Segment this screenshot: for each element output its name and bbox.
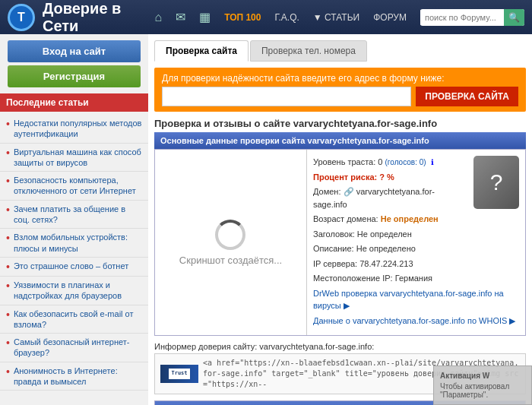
- search-box: 🔍: [420, 9, 524, 26]
- ip-row: IP сервера: 78.47.224.213: [313, 258, 519, 271]
- sidebar-article-1[interactable]: •Виртуальная машина как способ защиты от…: [0, 144, 148, 172]
- sidebar-article-8[interactable]: •Самый безопасный интернет-браузер?: [0, 334, 148, 362]
- login-button[interactable]: Вход на сайт: [8, 40, 141, 62]
- sidebar: Вход на сайт Регистрация Последние стать…: [0, 34, 148, 405]
- info-panel: ? Уровень траста: 0 (голосов: 0) ℹ Проце…: [307, 150, 525, 335]
- info-box: Для проверки надёжности сайта введите ег…: [154, 68, 526, 112]
- tabs: Проверка сайтаПроверка тел. номера: [154, 40, 526, 62]
- art-bullet: •: [6, 147, 10, 159]
- nav-articles[interactable]: ▼ СТАТЬИ: [313, 12, 359, 23]
- search-input[interactable]: [420, 10, 504, 25]
- trust-badge-icon: ?: [473, 156, 519, 209]
- domain-label: Домен:: [313, 187, 341, 196]
- art-bullet: •: [6, 365, 10, 378]
- informer-label: Информер доверия сайту: varvarychtetyana…: [154, 342, 526, 351]
- activation-link: "Параметры".: [440, 391, 525, 399]
- art-bullet: •: [6, 308, 10, 321]
- title-row: Заголовок: Не определен: [313, 228, 519, 241]
- domain-icon: 🔗: [344, 187, 356, 196]
- screenshot-text: Скриншот создаётся...: [179, 255, 282, 266]
- title-label: Заголовок:: [313, 229, 355, 239]
- sidebar-articles: •Недостатки популярных методов аутентифи…: [0, 112, 148, 394]
- tab-0[interactable]: Проверка сайта: [154, 40, 249, 62]
- trust-percent: Процент риска: ? %: [313, 172, 394, 182]
- tab-1[interactable]: Проверка тел. номера: [250, 40, 367, 62]
- info-icon: ℹ: [431, 158, 434, 166]
- nav-forum[interactable]: ФОРУМ: [373, 12, 407, 23]
- sidebar-article-6[interactable]: •Уязвимости в плагинах и надстройках для…: [0, 277, 148, 305]
- title-val: Не определен: [357, 229, 412, 239]
- main-layout: Вход на сайт Регистрация Последние стать…: [0, 34, 532, 405]
- art-link[interactable]: Это страшное слово – ботнет: [14, 261, 128, 271]
- whois-link[interactable]: Данные о varvarychtetyana.for-sage.info …: [313, 316, 515, 325]
- trust-level-label: Уровень траста: 0: [313, 157, 382, 166]
- logo-icon: T: [8, 4, 35, 31]
- art-bullet: •: [6, 175, 10, 187]
- desc-row: Описание: Не определено: [313, 242, 519, 255]
- grid-icon[interactable]: ▦: [199, 10, 211, 24]
- home-icon[interactable]: ⌂: [154, 11, 162, 24]
- ip-val: 78.47.224.213: [359, 259, 413, 268]
- desc-label: Описание:: [313, 244, 354, 253]
- art-link[interactable]: Как обезопасить свой e-mail от взлома?: [14, 308, 142, 331]
- art-bullet: •: [6, 280, 10, 292]
- info-text: Для проверки надёжности сайта введите ег…: [162, 73, 518, 84]
- activation-overlay: Активация W Чтобы активировал "Параметры…: [433, 365, 532, 405]
- url-input-row: ПРОВЕРКА САЙТА: [162, 87, 518, 106]
- art-bullet: •: [6, 261, 10, 273]
- location-val: Германия: [395, 274, 432, 283]
- art-link[interactable]: Зачем платить за общение в соц. сетях?: [14, 204, 142, 226]
- sidebar-article-9[interactable]: •Анонимность в Интернете: правда и вымыс…: [0, 362, 148, 391]
- data-panel: Скриншот создаётся... ? Уровень траста: …: [154, 149, 526, 336]
- desc-val: Не определено: [356, 244, 416, 253]
- email-icon[interactable]: ✉: [176, 10, 185, 24]
- age-label: Возраст домена:: [313, 214, 378, 223]
- art-bullet: •: [6, 337, 10, 349]
- art-bullet: •: [6, 204, 10, 216]
- nav-bar: ⌂ ✉ ▦ ТОП 100 Г.А.Q. ▼ СТАТЬИ ФОРУМ 🔍: [154, 9, 524, 26]
- content-area: Проверка сайтаПроверка тел. номера Для п…: [148, 34, 532, 405]
- art-link[interactable]: Виртуальная машина как способ защиты от …: [14, 147, 142, 169]
- sidebar-article-3[interactable]: •Зачем платить за общение в соц. сетях?: [0, 201, 148, 229]
- screenshot-area: Скриншот создаётся...: [155, 150, 307, 335]
- art-link[interactable]: Уязвимости в плагинах и надстройках для …: [14, 280, 142, 302]
- art-link[interactable]: Недостатки популярных методов аутентифик…: [14, 118, 142, 140]
- age-val: Не определен: [381, 214, 439, 223]
- sidebar-article-2[interactable]: •Безопасность компьютера, отключенного о…: [0, 172, 148, 201]
- drweb-link[interactable]: DrWeb проверка varvarychtetyana.for-sage…: [313, 289, 504, 311]
- trust-votes: (голосов: 0): [385, 158, 426, 166]
- art-bullet: •: [6, 232, 10, 244]
- sidebar-section-title: Последние статьи: [0, 93, 148, 112]
- art-link[interactable]: Безопасность компьютера, отключенного от…: [14, 175, 142, 197]
- sidebar-article-5[interactable]: •Это страшное слово – ботнет: [0, 258, 148, 277]
- check-site-button[interactable]: ПРОВЕРКА САЙТА: [416, 87, 518, 106]
- informer-logo-inner: Trust: [169, 369, 189, 379]
- screenshot-placeholder: Скриншот создаётся...: [179, 220, 282, 266]
- art-link[interactable]: Самый безопасный интернет-браузер?: [14, 337, 142, 359]
- logo-text: Доверие в Сети: [43, 0, 147, 35]
- register-button[interactable]: Регистрация: [8, 65, 141, 87]
- art-bullet: •: [6, 118, 10, 130]
- art-link[interactable]: Анонимность в Интернете: правда и вымысе…: [14, 365, 142, 388]
- informer-trust-text: Trust: [171, 370, 187, 376]
- url-input[interactable]: [162, 87, 411, 106]
- nav-top100[interactable]: ТОП 100: [224, 12, 261, 23]
- art-link[interactable]: Взлом мобильных устройств: плюсы и минус…: [14, 232, 142, 254]
- ip-label: IP сервера:: [313, 259, 357, 268]
- age-row: Возраст домена: Не определен: [313, 213, 519, 226]
- sidebar-article-4[interactable]: •Взлом мобильных устройств: плюсы и мину…: [0, 229, 148, 258]
- sidebar-article-0[interactable]: •Недостатки популярных методов аутентифи…: [0, 115, 148, 144]
- activation-title: Активация W: [440, 372, 525, 380]
- location-label: Местоположение IP:: [313, 274, 393, 283]
- whois-row: Данные о varvarychtetyana.for-sage.info …: [313, 315, 519, 327]
- header: T Доверие в Сети ⌂ ✉ ▦ ТОП 100 Г.А.Q. ▼ …: [0, 0, 532, 34]
- location-row: Местоположение IP: Германия: [313, 272, 519, 285]
- data-panel-header: Основные данные проверки сайта varvarych…: [154, 132, 526, 149]
- informer-logo: Trust: [160, 365, 198, 383]
- activation-text: Чтобы активировал: [440, 382, 525, 391]
- sidebar-article-7[interactable]: •Как обезопасить свой e-mail от взлома?: [0, 305, 148, 334]
- nav-faq[interactable]: Г.А.Q.: [274, 12, 299, 23]
- section-title: Проверка и отзывы о сайте varvarychtetya…: [154, 118, 526, 129]
- drweb-row: DrWeb проверка varvarychtetyana.for-sage…: [313, 287, 519, 312]
- search-button[interactable]: 🔍: [504, 9, 524, 26]
